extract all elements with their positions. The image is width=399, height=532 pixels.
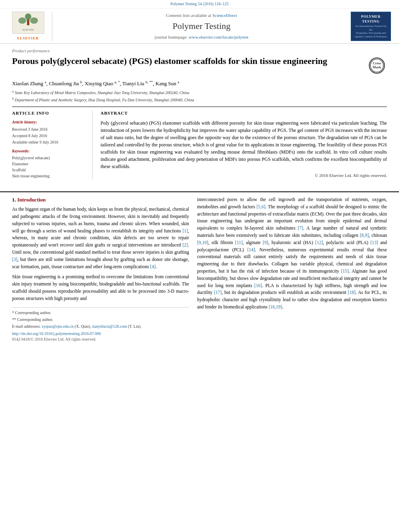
abstract-col: ABSTRACT Poly (glycerol sebacate) (PGS) … xyxy=(101,110,387,179)
crossmark-svg: Cross Mark xyxy=(370,58,384,73)
keyword-2: Elastomer xyxy=(12,161,88,167)
article-title-text: Porous poly(glycerol sebacate) (PGS) ela… xyxy=(12,55,367,67)
body-left-col: 1. Introduction As the biggest organ of … xyxy=(12,196,189,342)
doi-anchor[interactable]: http://dx.doi.org/10.1016/j.polymertesti… xyxy=(12,331,101,336)
abstract-text: Poly (glycerol sebacate) (PGS) elastomer… xyxy=(101,119,387,170)
affiliation-a: a State Key Laboratory of Metal Matrix C… xyxy=(12,89,387,96)
footnote-star1: * Corresponding author. xyxy=(12,310,189,316)
keyword-1: Poly(glycerol sebacate) xyxy=(12,155,88,161)
authors-line: Xiaolan Zhang a, Chuanlong Jia b, Xiuyin… xyxy=(12,80,387,88)
affiliations: a State Key Laboratory of Metal Matrix C… xyxy=(12,89,387,103)
article-title-row: Porous poly(glycerol sebacate) (PGS) ela… xyxy=(12,55,387,76)
journal-logo-text: POLYMER TESTING xyxy=(361,14,381,24)
intro-paragraph-2: Skin tissue engineering is a promising m… xyxy=(12,273,189,302)
abstract-label: ABSTRACT xyxy=(101,110,387,116)
ref-5-6[interactable]: [5,6] xyxy=(257,204,265,209)
accepted-date: Accepted 8 July 2016 xyxy=(12,133,88,139)
ref-2[interactable]: [2] xyxy=(183,242,188,247)
footnote-emails: E-mail addresses: xyqiao@sjtu.edu.cn (X.… xyxy=(12,324,189,329)
keywords-list: Poly(glycerol sebacate) Elastomer Scaffo… xyxy=(12,155,88,179)
keyword-3: Scaffold xyxy=(12,167,88,173)
ref-12[interactable]: [12] xyxy=(315,240,323,245)
ref-14[interactable]: [14] xyxy=(247,247,255,252)
ref-4[interactable]: [4] xyxy=(150,264,155,269)
journal-reference: Polymer Testing 54 (2016) 118–125 xyxy=(171,2,228,6)
intro-heading: 1. Introduction xyxy=(12,196,189,203)
elsevier-brand-text: ELSEVIER xyxy=(17,36,39,41)
keyword-4: Skin tissue engineering xyxy=(12,173,88,179)
svg-text:ELSEVIER: ELSEVIER xyxy=(23,29,34,31)
ref-13[interactable]: [13] xyxy=(370,240,378,245)
journal-center-info: Contents lists available at ScienceDirec… xyxy=(56,12,347,41)
page-wrapper: Polymer Testing 54 (2016) 118–125 ELSEVI… xyxy=(0,0,399,350)
intro-paragraph-3: interconnected pores to allow the cell i… xyxy=(197,196,387,311)
footnotes: * Corresponding author. ** Corresponding… xyxy=(12,307,189,329)
ref-9b[interactable]: [9] xyxy=(263,240,268,245)
intro-paragraph-1: As the biggest organ of the human body, … xyxy=(12,206,189,270)
svg-point-3 xyxy=(18,18,26,24)
ref-16-19[interactable]: [16,19] xyxy=(269,304,282,309)
elsevier-tree-svg: ELSEVIER xyxy=(12,12,44,34)
ref-7[interactable]: [7] xyxy=(298,226,303,230)
svg-text:Cross: Cross xyxy=(373,61,381,65)
available-date: Available online 9 July 2016 xyxy=(12,140,88,145)
journal-logo-subtitle: An International Journal for theProperti… xyxy=(354,25,388,38)
doi-link: http://dx.doi.org/10.1016/j.polymertesti… xyxy=(12,331,189,337)
journal-reference-bar: Polymer Testing 54 (2016) 118–125 xyxy=(0,0,399,8)
footnote-star2: ** Corresponding author. xyxy=(12,317,189,322)
svg-point-1 xyxy=(25,14,31,20)
ref-9-10[interactable]: [9,10] xyxy=(197,240,208,245)
ref-17[interactable]: [17] xyxy=(214,290,222,295)
affiliation-b: b Department of Plastic and Aesthetic Su… xyxy=(12,97,387,103)
body-right-col: interconnected pores to allow the cell i… xyxy=(197,196,387,342)
sciencedirect-link[interactable]: ScienceDirect xyxy=(212,13,237,18)
crossmark-badge: Cross Mark xyxy=(367,55,387,76)
received-date: Received 3 June 2016 xyxy=(12,127,88,132)
ref-18[interactable]: [18] xyxy=(348,290,356,295)
ref-16[interactable]: [16] xyxy=(254,283,262,288)
body-content: 1. Introduction As the biggest organ of … xyxy=(0,191,399,350)
homepage-link[interactable]: www.elsevier.com/locate/polytest xyxy=(189,35,248,39)
svg-point-4 xyxy=(30,18,38,24)
journal-header: ELSEVIER ELSEVIER Contents lists availab… xyxy=(0,8,399,44)
info-abstract-section: ARTICLE INFO Article history: Received 3… xyxy=(12,107,387,179)
journal-homepage: journal homepage: www.elsevier.com/locat… xyxy=(154,34,248,40)
ref-8-9[interactable]: [8,9] xyxy=(360,233,369,238)
article-info-section-label: ARTICLE INFO xyxy=(12,110,88,116)
email-link-2[interactable]: tianyiliucn@126.com xyxy=(92,324,127,329)
section-number: 1. xyxy=(12,197,17,203)
ref-11[interactable]: [11] xyxy=(235,240,243,245)
contents-available-label: Contents lists available at ScienceDirec… xyxy=(166,12,237,18)
crossmark-icon: Cross Mark xyxy=(369,58,385,74)
article-history-label: Article history: xyxy=(12,119,88,125)
email-link-1[interactable]: xyqiao@sjtu.edu.cn xyxy=(41,324,74,329)
ref-3[interactable]: [3] xyxy=(12,257,17,262)
elsevier-logo-section: ELSEVIER ELSEVIER xyxy=(8,12,52,41)
journal-logo-box: POLYMER TESTING An International Journal… xyxy=(351,12,391,41)
issn-rights: 0142-9418/© 2016 Elsevier Ltd. All right… xyxy=(12,337,189,342)
elsevier-logo-image: ELSEVIER xyxy=(12,12,44,34)
journal-title-header: Polymer Testing xyxy=(173,20,230,33)
article-content: Product performance Porous poly(glycerol… xyxy=(0,44,399,187)
copyright: © 2016 Elsevier Ltd. All rights reserved… xyxy=(101,173,387,179)
article-info-col: ARTICLE INFO Article history: Received 3… xyxy=(12,110,93,179)
article-section-label: Product performance xyxy=(12,48,387,54)
svg-rect-2 xyxy=(27,19,29,25)
keywords-label: Keywords: xyxy=(12,148,88,154)
ref-1[interactable]: [1] xyxy=(183,228,188,233)
ref-15[interactable]: [15] xyxy=(341,269,349,273)
svg-text:Mark: Mark xyxy=(373,65,381,69)
